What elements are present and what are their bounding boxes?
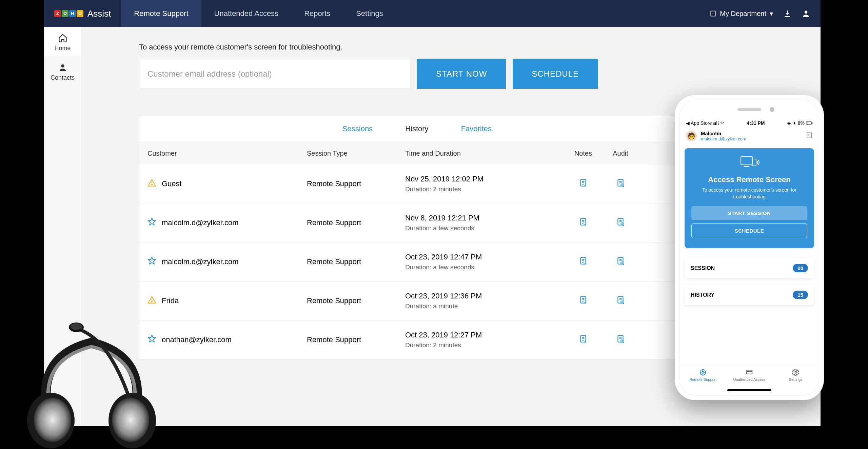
- phone-history-label: HISTORY: [691, 292, 714, 298]
- session-time: Oct 23, 2019 12:36 PM: [405, 292, 565, 300]
- svg-point-79: [112, 398, 149, 442]
- department-select[interactable]: My Department ▾: [710, 9, 773, 18]
- session-duration: Duration: 2 minutes: [405, 341, 565, 349]
- history-panel: Sessions History Favorites Customer Sess…: [139, 116, 695, 360]
- session-time: Oct 23, 2019 12:47 PM: [405, 253, 565, 261]
- warning-icon[interactable]: [147, 178, 156, 189]
- audit-icon[interactable]: [616, 258, 625, 267]
- session-duration: Duration: a few seconds: [405, 224, 565, 232]
- gear-icon: [792, 369, 800, 376]
- chevron-down-icon: ▾: [770, 9, 773, 18]
- session-duration: Duration: a minute: [405, 302, 565, 310]
- audit-icon[interactable]: [616, 219, 625, 228]
- phone-access-card: Access Remote Screen To access your remo…: [685, 148, 814, 248]
- customer-name: Frida: [162, 296, 179, 305]
- notes-icon[interactable]: [579, 219, 588, 228]
- phone-building-icon[interactable]: [806, 132, 813, 140]
- star-icon[interactable]: [147, 217, 156, 228]
- svg-rect-59: [807, 133, 811, 138]
- customer-name: malcolm.d@zylker.com: [162, 218, 239, 227]
- col-notes: Notes: [565, 150, 602, 157]
- warning-icon[interactable]: [147, 295, 156, 306]
- brand: Z O H O Assist: [44, 8, 121, 19]
- phone-session-label: SESSION: [691, 265, 715, 271]
- svg-rect-0: [711, 11, 715, 16]
- col-audit: Audit: [602, 150, 639, 157]
- phone-home-indicator[interactable]: [680, 385, 819, 395]
- remote-support-icon: [699, 369, 707, 376]
- audit-icon[interactable]: [616, 297, 625, 306]
- phone-session-stat[interactable]: SESSION 00: [685, 258, 814, 278]
- top-nav: Z O H O Assist Remote Support Unattended…: [44, 0, 821, 27]
- session-type: Remote Support: [307, 257, 405, 266]
- phone-history-stat[interactable]: HISTORY 15: [685, 285, 814, 305]
- table-row[interactable]: malcolm.d@zylker.comRemote SupportNov 8,…: [139, 203, 695, 242]
- notes-icon[interactable]: [579, 336, 588, 345]
- rail-home[interactable]: Home: [44, 27, 81, 57]
- brand-logo: Z O H O: [54, 10, 84, 17]
- session-type: Remote Support: [307, 335, 405, 344]
- customer-name: Guest: [162, 179, 182, 188]
- session-type: Remote Support: [307, 179, 405, 188]
- rail-contacts[interactable]: Contacts: [44, 57, 81, 86]
- notes-icon[interactable]: [579, 258, 588, 267]
- start-now-button[interactable]: START NOW: [417, 59, 506, 89]
- session-type: Remote Support: [307, 218, 405, 227]
- phone-tab-unattended[interactable]: Unattended Access: [726, 365, 773, 385]
- svg-point-68: [702, 371, 704, 373]
- phone-schedule-button[interactable]: SCHEDULE: [691, 223, 807, 238]
- col-time-duration: Time and Duration: [405, 150, 565, 157]
- tab-history[interactable]: History: [389, 116, 445, 142]
- schedule-button[interactable]: SCHEDULE: [513, 59, 598, 89]
- phone-notch: [680, 100, 819, 119]
- phone-session-value: 00: [793, 264, 808, 272]
- session-duration: Duration: 2 minutes: [405, 186, 565, 193]
- phone-start-session-button[interactable]: START SESSION: [691, 206, 807, 220]
- download-icon[interactable]: [783, 9, 791, 18]
- svg-rect-64: [741, 157, 752, 165]
- headset-image: [7, 315, 176, 449]
- phone-tab-remote-support[interactable]: Remote Support: [680, 365, 726, 385]
- session-time: Nov 8, 2019 12:21 PM: [405, 214, 565, 222]
- nav-settings[interactable]: Settings: [343, 0, 396, 27]
- table-row[interactable]: GuestRemote SupportNov 25, 2019 12:02 PM…: [139, 164, 695, 203]
- svg-rect-57: [807, 122, 808, 124]
- nav-unattended-access[interactable]: Unattended Access: [201, 0, 292, 27]
- svg-point-81: [71, 323, 82, 330]
- phone-backlink[interactable]: ◀ App Store: [686, 120, 712, 126]
- brand-name: Assist: [87, 8, 111, 19]
- session-time: Oct 23, 2019 12:27 PM: [405, 331, 565, 339]
- customer-name: malcolm.d@zylker.com: [162, 257, 239, 266]
- table-row[interactable]: FridaRemote SupportOct 23, 2019 12:36 PM…: [139, 281, 695, 320]
- svg-point-6: [61, 64, 64, 67]
- phone-status-bar: ◀ App Store 𝗮𝗂𝗅 4:31 PM ◈ ✈ 8%: [680, 119, 819, 127]
- svg-point-77: [34, 398, 71, 442]
- user-icon[interactable]: [802, 9, 810, 18]
- notes-icon[interactable]: [579, 180, 588, 189]
- building-icon: [710, 10, 716, 17]
- session-duration: Duration: a few seconds: [405, 263, 565, 271]
- tab-favorites[interactable]: Favorites: [445, 116, 508, 142]
- svg-rect-73: [747, 370, 752, 374]
- rail-home-label: Home: [44, 45, 81, 52]
- intro-text: To access your remote customer's screen …: [139, 43, 821, 52]
- col-session-type: Session Type: [307, 150, 405, 157]
- tab-sessions[interactable]: Sessions: [326, 116, 389, 142]
- rail-contacts-label: Contacts: [44, 74, 81, 81]
- notes-icon[interactable]: [579, 297, 588, 306]
- table-row[interactable]: malcolm.d@zylker.comRemote SupportOct 23…: [139, 242, 695, 281]
- audit-icon[interactable]: [616, 336, 625, 345]
- table-head: Customer Session Type Time and Duration …: [139, 143, 695, 164]
- phone-profile-email[interactable]: malcolm.d@zylker.com: [701, 136, 802, 141]
- svg-point-8: [152, 184, 152, 185]
- star-icon[interactable]: [147, 256, 156, 267]
- svg-rect-58: [812, 122, 812, 123]
- nav-remote-support[interactable]: Remote Support: [121, 0, 201, 27]
- nav-reports[interactable]: Reports: [291, 0, 343, 27]
- customer-email-input[interactable]: [139, 59, 410, 89]
- svg-point-37: [152, 301, 152, 302]
- phone-tab-settings[interactable]: Settings: [772, 365, 819, 385]
- phone-card-title: Access Remote Screen: [691, 175, 807, 184]
- table-row[interactable]: onathan@zylker.comRemote SupportOct 23, …: [139, 320, 695, 359]
- audit-icon[interactable]: [616, 180, 625, 189]
